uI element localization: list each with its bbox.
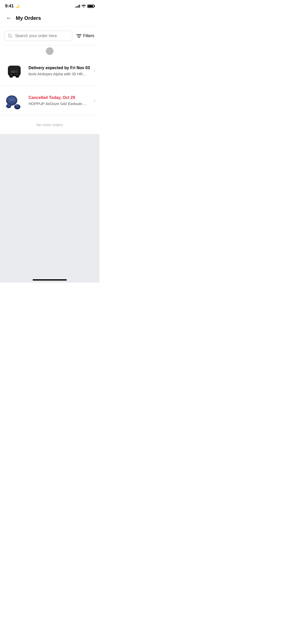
home-indicator (0, 277, 99, 283)
filter-icon (76, 34, 82, 38)
order-info-2: Cancelled Today, Oct 29 HOPPUP AirDoze S… (29, 95, 91, 106)
scroll-dot (46, 47, 53, 55)
order-image-boat: boAt (4, 61, 24, 81)
order-item-2[interactable]: HOPPUP Cancelled Today, Oct 29 HOPPUP Ai… (0, 86, 99, 115)
order-chevron-1: › (94, 68, 95, 74)
svg-rect-12 (10, 76, 13, 78)
search-bar-section: Filters (0, 27, 99, 45)
filters-button[interactable]: Filters (75, 33, 95, 39)
signal-bars-icon (75, 5, 80, 8)
svg-point-11 (16, 73, 19, 76)
filters-label: Filters (83, 34, 94, 38)
empty-area (0, 134, 99, 277)
order-item[interactable]: boAt Delivery expected by Fri Nov 03 boA… (0, 56, 99, 86)
order-info-1: Delivery expected by Fri Nov 03 boAt Air… (29, 66, 91, 76)
back-arrow-icon: ← (6, 15, 12, 21)
svg-point-20 (8, 104, 10, 106)
order-product-2: HOPPUP AirDoze S40 Earbuds ... (29, 101, 91, 106)
boat-earbuds-icon: boAt (4, 61, 24, 81)
scroll-indicator (0, 45, 99, 56)
page-header: ← My Orders (0, 11, 99, 27)
search-input-wrapper (4, 31, 72, 41)
order-status-2: Cancelled Today, Oct 29 (29, 95, 91, 100)
page-title: My Orders (16, 15, 41, 21)
wifi-icon (82, 5, 86, 8)
back-button[interactable]: ← (5, 14, 13, 22)
order-product-1: boAt Airdopes Alpha with 35 HR... (29, 72, 91, 76)
search-input[interactable] (15, 34, 69, 38)
order-image-hoppup: HOPPUP (4, 90, 24, 111)
battery-icon (87, 5, 94, 8)
status-icons (75, 5, 94, 8)
svg-rect-13 (16, 76, 19, 78)
svg-rect-25 (16, 108, 19, 109)
search-icon (8, 34, 12, 38)
status-time: 9:41 (5, 4, 14, 9)
order-status-1: Delivery expected by Fri Nov 03 (29, 66, 91, 70)
status-bar: 9:41 🌙 (0, 0, 99, 11)
svg-point-9 (10, 73, 12, 76)
order-chevron-2: › (94, 98, 95, 103)
no-more-orders: No more orders (0, 115, 99, 134)
svg-text:boAt: boAt (11, 71, 15, 73)
svg-rect-5 (8, 66, 21, 70)
orders-list: boAt Delivery expected by Fri Nov 03 boA… (0, 45, 99, 134)
svg-rect-21 (7, 107, 10, 108)
moon-icon: 🌙 (15, 4, 19, 8)
svg-text:HOPPUP: HOPPUP (9, 99, 15, 101)
home-bar (33, 279, 67, 281)
svg-point-24 (16, 105, 19, 107)
hoppup-earbuds-icon: HOPPUP (4, 90, 24, 111)
